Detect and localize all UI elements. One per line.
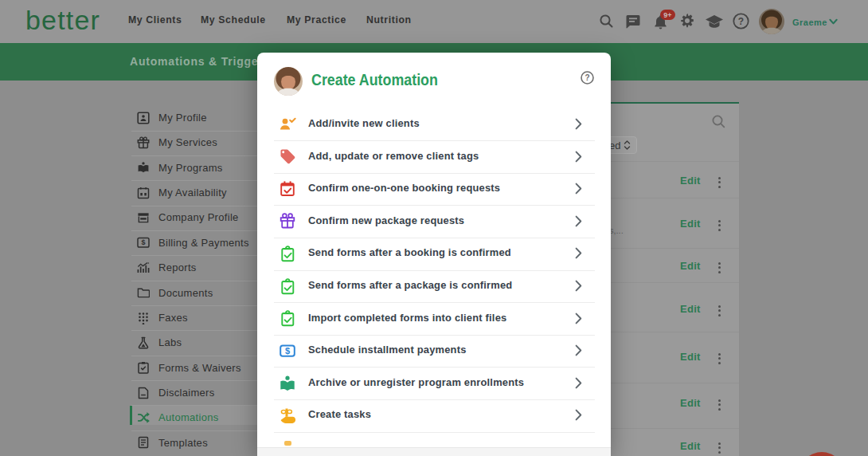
svg-text:?: ?	[738, 16, 744, 27]
svg-text:?: ?	[585, 73, 589, 82]
svg-text:9+: 9+	[663, 11, 671, 19]
svg-text:$: $	[285, 346, 290, 356]
svg-text:$: $	[141, 239, 145, 247]
